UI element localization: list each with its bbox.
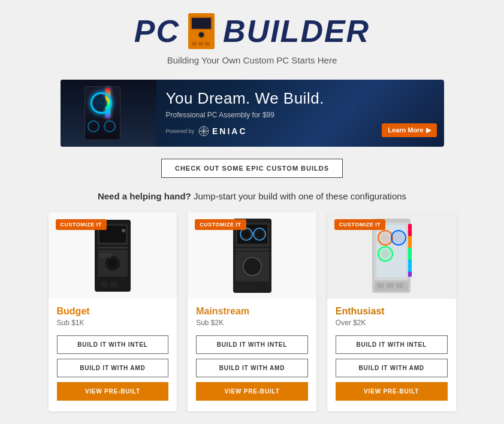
mainstream-card: CUSTOMIZE IT Mainstream Sub $2K BUILD IT [188,212,316,411]
budget-card-title: Budget [57,306,169,317]
svg-rect-34 [246,286,255,290]
svg-point-4 [199,32,204,37]
enthusiast-amd-button[interactable]: BUILD IT WITH AMD [336,359,448,377]
svg-point-32 [243,258,261,275]
enthusiast-card-price: Over $2K [336,319,448,327]
page-header: PC BUILDER Building Your Own Custom PC S… [0,0,504,80]
enthusiast-card-image: CUSTOMIZE IT [327,212,456,299]
banner-pc-visual [61,80,156,147]
mainstream-intel-button[interactable]: BUILD IT WITH INTEL [196,335,308,354]
build-cards-container: CUSTOMIZE IT Budget Sub $1K BUILD IT WIT… [49,212,456,411]
logo-builder: BUILDER [223,13,370,49]
svg-rect-19 [101,281,108,287]
banner-content: You Dream. We Build. Professional PC Ass… [156,82,444,144]
budget-intel-button[interactable]: BUILD IT WITH INTEL [57,335,169,354]
svg-point-18 [108,259,117,268]
eniac-text: ENIAC [212,126,248,136]
budget-card-image: CUSTOMIZE IT [49,212,177,299]
enthusiast-intel-button[interactable]: BUILD IT WITH INTEL [336,335,448,354]
helping-hand-text: Jump-start your build with one of these … [191,191,406,201]
enthusiast-card: CUSTOMIZE IT [327,212,456,411]
budget-amd-button[interactable]: BUILD IT WITH AMD [57,359,169,377]
svg-rect-21 [98,247,128,249]
budget-card: CUSTOMIZE IT Budget Sub $1K BUILD IT WIT… [49,212,177,411]
mainstream-card-price: Sub $2K [196,319,308,327]
svg-point-30 [256,231,262,237]
svg-rect-50 [408,272,412,277]
budget-customize-badge[interactable]: CUSTOMIZE IT [56,219,107,230]
banner-image [61,80,156,147]
mainstream-amd-button[interactable]: BUILD IT WITH AMD [196,359,308,377]
powered-by-label: Powered by [166,128,195,134]
enthusiast-card-body: Enthusiast Over $2K BUILD IT WITH INTEL … [327,306,456,401]
mainstream-card-title: Mainstream [196,306,308,317]
learn-more-label: Learn More [388,126,423,134]
mainstream-card-image: CUSTOMIZE IT [188,212,316,299]
logo-tower-icon [183,12,219,50]
svg-point-22 [122,229,125,232]
mainstream-card-body: Mainstream Sub $2K BUILD IT WITH INTEL B… [188,306,316,401]
enthusiast-prebuilt-button[interactable]: VIEW PRE-BUILT [336,382,448,401]
arrow-right-icon: ▶ [426,126,431,134]
budget-card-price: Sub $1K [57,319,169,327]
banner-subtext: Professional PC Assembly for $99 [166,111,434,119]
mainstream-prebuilt-button[interactable]: VIEW PRE-BUILT [196,382,308,401]
banner-tagline: You Dream. We Build. [166,89,434,108]
svg-rect-33 [236,286,244,290]
svg-rect-48 [408,248,412,260]
svg-rect-7 [205,42,210,46]
enthusiast-card-title: Enthusiast [336,306,448,317]
budget-prebuilt-button[interactable]: VIEW PRE-BUILT [57,382,169,401]
svg-rect-23 [99,253,111,258]
epic-builds-cta-button[interactable]: CHECK OUT SOME EPIC CUSTOM BUILDS [161,159,343,178]
eniac-brand: ENIAC [198,125,248,137]
helping-hand-bold: Need a helping hand? [98,191,191,201]
svg-rect-47 [408,236,412,248]
promo-banner: You Dream. We Build. Professional PC Ass… [61,80,444,147]
enthusiast-customize-badge[interactable]: CUSTOMIZE IT [334,219,385,230]
logo-pc: PC [134,13,180,49]
svg-rect-20 [110,281,117,287]
svg-rect-5 [192,42,197,46]
mainstream-customize-badge[interactable]: CUSTOMIZE IT [195,219,246,230]
svg-rect-49 [408,260,412,272]
budget-card-body: Budget Sub $1K BUILD IT WITH INTEL BUILD… [49,306,177,401]
svg-point-44 [382,250,389,258]
learn-more-button[interactable]: Learn More ▶ [382,123,436,137]
header-subtitle: Building Your Own Custom PC Starts Here [167,55,337,65]
svg-rect-46 [408,224,412,236]
svg-rect-35 [236,249,269,250]
svg-rect-6 [198,42,203,46]
svg-rect-2 [192,18,211,29]
eniac-icon [198,125,210,137]
svg-rect-52 [377,283,384,288]
logo-container: PC BUILDER [134,12,370,50]
svg-point-28 [243,231,249,237]
helping-hand-section: Need a helping hand? Jump-start your bui… [98,191,406,201]
svg-point-42 [395,234,402,241]
svg-rect-53 [387,283,394,288]
svg-point-40 [382,234,389,241]
svg-rect-54 [396,283,403,288]
